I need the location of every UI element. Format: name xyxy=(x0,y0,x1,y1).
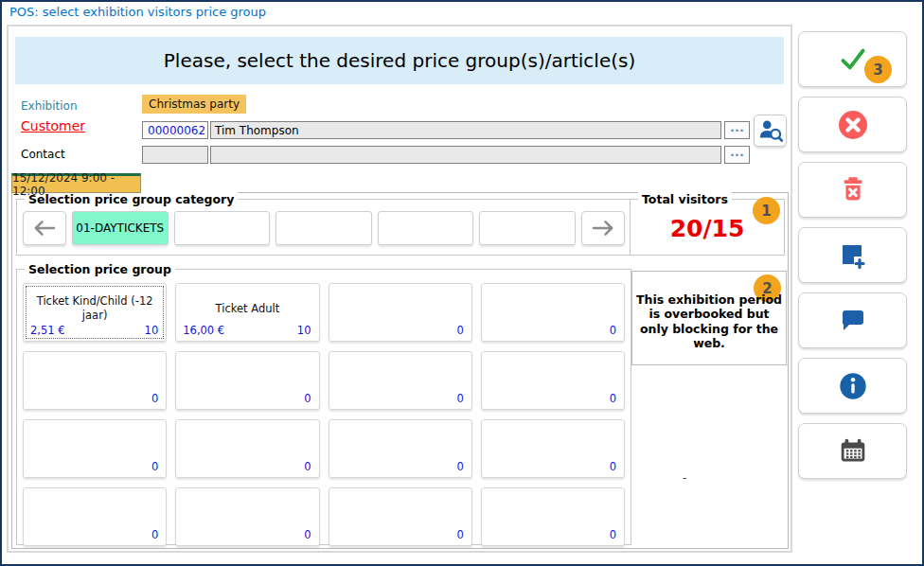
price-group-tile[interactable]: 0 xyxy=(23,419,167,478)
price-group-legend: Selection price group xyxy=(25,262,175,276)
tile-title xyxy=(545,445,560,452)
customer-label[interactable]: Customer xyxy=(21,118,85,133)
price-group-tile[interactable]: 0 xyxy=(175,419,319,478)
price-group-category-button[interactable] xyxy=(479,211,576,245)
exhibition-label: Exhibition xyxy=(21,99,78,113)
category-scroll-left-button[interactable] xyxy=(23,211,66,245)
instruction-banner: Please, select the desired price group(s… xyxy=(15,37,784,84)
category-label: 01-DAYTICKETS xyxy=(76,221,164,235)
price-group-section: Selection price group Ticket Kind/Child … xyxy=(16,269,631,545)
contact-browse-button[interactable]: ... xyxy=(724,146,750,164)
tile-title xyxy=(87,377,102,384)
price-group-tile[interactable]: Ticket Adult 16,00 € 10 xyxy=(175,283,319,342)
step-badge-1: 1 xyxy=(753,197,780,224)
person-search-icon xyxy=(756,116,785,145)
cancel-button[interactable] xyxy=(798,97,907,152)
tile-quantity: 0 xyxy=(151,392,158,405)
confirm-button[interactable]: 3 xyxy=(798,31,907,87)
tile-title xyxy=(545,377,560,384)
tile-title xyxy=(240,513,255,521)
total-visitors-legend: Total visitors xyxy=(638,192,732,206)
tile-quantity: 0 xyxy=(151,528,158,541)
customer-name-value: Tim Thompson xyxy=(215,124,299,137)
tile-quantity: 10 xyxy=(145,324,159,337)
tile-title: Ticket Adult xyxy=(208,302,288,324)
exhibition-value: Christmas party xyxy=(142,95,246,114)
contact-name-field[interactable] xyxy=(210,146,721,164)
tile-quantity: 0 xyxy=(456,460,463,473)
price-group-tile[interactable]: 0 xyxy=(481,283,625,342)
tile-quantity: 0 xyxy=(610,460,616,473)
tile-quantity: 0 xyxy=(456,528,463,541)
customer-name-field[interactable]: Tim Thompson xyxy=(210,121,721,139)
tile-quantity: 0 xyxy=(610,528,616,541)
exhibition-period-tab[interactable]: 15/12/2024 9:00 - 12:00 xyxy=(11,173,141,193)
tile-quantity: 0 xyxy=(610,324,616,337)
selection-container: Selection price group category 01-DAYTIC… xyxy=(11,192,789,549)
tile-quantity: 0 xyxy=(456,392,463,405)
tile-title xyxy=(393,377,408,384)
tile-quantity: 0 xyxy=(304,460,311,473)
window-title: POS: select exhibition visitors price gr… xyxy=(9,5,266,19)
action-sidebar: 3 xyxy=(798,31,907,479)
tile-quantity: 0 xyxy=(304,392,311,405)
comment-button[interactable] xyxy=(798,292,907,348)
stray-mark: - xyxy=(683,471,686,485)
info-icon xyxy=(837,370,869,402)
calendar-icon xyxy=(837,435,869,468)
tile-title xyxy=(87,513,102,521)
price-group-tile[interactable]: 0 xyxy=(329,283,472,342)
price-group-category-button[interactable]: 01-DAYTICKETS xyxy=(72,211,169,245)
overbooked-notice: 2 This exhibition period is overbooked b… xyxy=(631,271,787,365)
customer-search-button[interactable] xyxy=(754,115,787,147)
price-group-category-button[interactable] xyxy=(378,211,474,245)
tile-quantity: 0 xyxy=(456,324,463,337)
price-group-tile[interactable]: 0 xyxy=(23,351,167,410)
category-scroll-right-button[interactable] xyxy=(581,211,625,245)
tile-quantity: 10 xyxy=(297,324,311,337)
price-group-tile[interactable]: 0 xyxy=(329,419,472,478)
price-group-tile[interactable]: 0 xyxy=(23,487,167,546)
step-badge-3: 3 xyxy=(864,56,892,83)
tile-quantity: 0 xyxy=(151,460,158,473)
calendar-button[interactable] xyxy=(798,423,907,479)
arrow-left-icon xyxy=(30,217,59,239)
price-group-category-button[interactable] xyxy=(275,211,372,245)
tile-quantity: 0 xyxy=(304,528,311,541)
main-panel: Please, select the desired price group(s… xyxy=(7,25,792,553)
comment-icon xyxy=(836,304,870,338)
tile-title xyxy=(393,445,408,452)
category-section: Selection price group category 01-DAYTIC… xyxy=(16,199,631,256)
contact-number-field[interactable] xyxy=(142,146,208,164)
tile-title xyxy=(393,513,408,521)
pos-window: POS: select exhibition visitors price gr… xyxy=(0,0,924,566)
add-item-icon xyxy=(836,239,870,273)
tile-price: 2,51 € xyxy=(30,324,65,337)
price-group-tile[interactable]: 0 xyxy=(481,351,625,410)
price-group-category-button[interactable] xyxy=(174,211,271,245)
cancel-icon xyxy=(836,108,870,142)
info-button[interactable] xyxy=(798,358,907,414)
trash-icon xyxy=(837,174,869,206)
tile-price: 16,00 € xyxy=(183,324,224,337)
tile-title xyxy=(393,309,408,316)
arrow-right-icon xyxy=(589,217,617,239)
customer-number-value: 00000062 xyxy=(148,124,205,137)
category-slots: 01-DAYTICKETS xyxy=(72,211,576,245)
price-group-tile[interactable]: Ticket Kind/Child (-12 jaar) 2,51 € 10 xyxy=(23,283,167,342)
price-group-tile[interactable]: 0 xyxy=(175,351,319,410)
customer-number-field[interactable]: 00000062 xyxy=(142,121,208,139)
price-group-tile[interactable]: 0 xyxy=(481,487,625,546)
add-item-button[interactable] xyxy=(798,227,907,283)
price-group-tile[interactable]: 0 xyxy=(329,351,472,410)
tile-title xyxy=(240,445,255,452)
delete-button[interactable] xyxy=(798,162,907,218)
price-group-tile[interactable]: 0 xyxy=(481,419,625,478)
tile-title xyxy=(87,445,102,452)
total-visitors-box: Total visitors 20/15 1 xyxy=(630,199,785,256)
price-group-tile[interactable]: 0 xyxy=(175,487,319,546)
tile-title xyxy=(545,309,560,316)
price-group-tile[interactable]: 0 xyxy=(329,487,472,546)
customer-browse-button[interactable]: ... xyxy=(724,121,750,139)
tile-title xyxy=(545,513,560,521)
